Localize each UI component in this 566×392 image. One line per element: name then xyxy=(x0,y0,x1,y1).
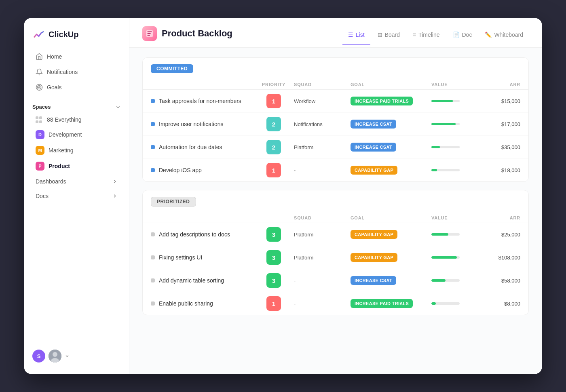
arr-cell: $108,000 xyxy=(480,255,520,261)
table-row[interactable]: Task approvals for non-members 1 Workflo… xyxy=(143,90,528,113)
goal-badge: INCREASE CSAT xyxy=(351,120,396,129)
tab-timeline[interactable]: ≡ Timeline xyxy=(407,28,446,45)
task-dot xyxy=(151,278,155,282)
table-row[interactable]: Develop iOS app 1 - CAPABILITY GAP xyxy=(143,159,528,181)
table-row[interactable]: Automation for due dates 2 Platform INCR… xyxy=(143,136,528,159)
goal-badge: CAPABILITY GAP xyxy=(351,166,397,175)
docs-label: Docs xyxy=(36,193,49,199)
col-squad-header2: SQUAD xyxy=(294,215,351,220)
tab-whiteboard[interactable]: ✏️ Whiteboard xyxy=(479,28,529,45)
doc-icon: 📄 xyxy=(453,32,460,38)
priority-cell: 1 xyxy=(253,296,294,311)
prioritized-header: PRIORITIZED xyxy=(143,190,528,213)
main-area: Product Backlog ☰ List ⊞ Board ≡ Timelin… xyxy=(129,18,542,374)
space-product[interactable]: P Product xyxy=(32,158,121,174)
value-bar-fill xyxy=(431,146,440,148)
task-label: Task approvals for non-members xyxy=(159,98,241,104)
bell-icon xyxy=(36,68,43,76)
table-row[interactable]: Improve user notifications 2 Notificatio… xyxy=(143,113,528,136)
value-bar-track xyxy=(431,279,460,282)
goal-cell: CAPABILITY GAP xyxy=(351,230,431,239)
priority-badge: 1 xyxy=(266,94,281,108)
task-label: Add tag descriptions to docs xyxy=(159,231,230,238)
nav-goals[interactable]: Goals xyxy=(27,80,126,95)
arr-cell: $8,000 xyxy=(480,301,520,307)
space-marketing[interactable]: M Marketing xyxy=(32,143,121,158)
squad-text: - xyxy=(294,301,296,307)
task-label: Automation for due dates xyxy=(159,144,222,150)
value-cell xyxy=(431,169,480,171)
squad-cell: Platform xyxy=(294,144,351,150)
table-row[interactable]: Enable public sharing 1 - INCREASE PAID … xyxy=(143,292,528,315)
goal-badge: INCREASE CSAT xyxy=(351,276,396,285)
tab-whiteboard-label: Whiteboard xyxy=(494,32,523,38)
arr-cell: $25,000 xyxy=(480,232,520,238)
goal-badge: CAPABILITY GAP xyxy=(351,253,397,262)
task-dot xyxy=(151,99,155,103)
priority-cell: 1 xyxy=(253,94,294,108)
goal-cell: INCREASE CSAT xyxy=(351,276,431,285)
arr-text: $17,000 xyxy=(501,121,520,127)
task-name: Enable public sharing xyxy=(151,300,253,307)
committed-badge: COMMITTED xyxy=(151,64,193,73)
task-label: Improve user notifications xyxy=(159,121,224,127)
value-bar-track xyxy=(431,256,460,259)
col-squad-header: SQUAD xyxy=(294,82,351,87)
prioritized-table-header: SQUAD GOAL VALUE ARR xyxy=(143,213,528,223)
docs-section[interactable]: Docs xyxy=(27,189,126,203)
arr-text: $8,000 xyxy=(504,301,520,307)
value-bar-fill xyxy=(431,233,448,236)
space-everything[interactable]: 88 Everything xyxy=(32,113,121,126)
task-name: Improve user notifications xyxy=(151,121,253,127)
priority-cell: 3 xyxy=(253,250,294,265)
space-development[interactable]: D Development xyxy=(32,127,121,142)
nav-notifications[interactable]: Notifications xyxy=(27,65,126,79)
spaces-header[interactable]: Spaces xyxy=(32,101,121,112)
board-icon: ⊞ xyxy=(378,32,382,38)
table-row[interactable]: Add tag descriptions to docs 3 Platform … xyxy=(143,223,528,246)
nav-home[interactable]: Home xyxy=(27,49,126,64)
squad-cell: - xyxy=(294,301,351,307)
task-label: Enable public sharing xyxy=(159,300,213,307)
space-everything-label: 88 Everything xyxy=(47,116,82,123)
list-icon: ☰ xyxy=(348,32,353,38)
col-value-header: VALUE xyxy=(431,82,480,87)
arr-cell: $17,000 xyxy=(480,121,520,127)
arr-text: $58,000 xyxy=(501,278,520,284)
chevron-down-icon xyxy=(115,104,121,110)
value-bar-track xyxy=(431,123,460,125)
tab-doc-label: Doc xyxy=(462,32,472,38)
goal-cell: CAPABILITY GAP xyxy=(351,166,431,175)
tab-board-label: Board xyxy=(385,32,400,38)
tab-list[interactable]: ☰ List xyxy=(342,28,370,45)
svg-point-2 xyxy=(39,87,40,88)
task-name: Fixing settings UI xyxy=(151,254,253,261)
table-row[interactable]: Add dynamic table sorting 3 - INCREASE C… xyxy=(143,269,528,292)
squad-text: Platform xyxy=(294,232,313,238)
space-development-label: Development xyxy=(49,131,82,138)
nav-home-label: Home xyxy=(47,53,62,60)
page-icon xyxy=(142,26,157,41)
priority-badge: 1 xyxy=(266,296,281,311)
tab-doc[interactable]: 📄 Doc xyxy=(447,28,478,45)
value-bar-track xyxy=(431,302,460,305)
col-value-header2: VALUE xyxy=(431,215,480,220)
task-label: Develop iOS app xyxy=(159,167,202,173)
arr-text: $25,000 xyxy=(501,232,520,238)
squad-cell: Workflow xyxy=(294,98,351,104)
table-row[interactable]: Fixing settings UI 3 Platform CAPABILITY… xyxy=(143,246,528,269)
task-dot xyxy=(151,145,155,149)
squad-cell: Notifications xyxy=(294,121,351,127)
tab-board[interactable]: ⊞ Board xyxy=(372,28,405,45)
col-arr-header: ARR xyxy=(480,82,520,87)
user-avatar-photo[interactable] xyxy=(49,350,61,362)
everything-icon xyxy=(36,116,43,123)
squad-cell: Platform xyxy=(294,255,351,261)
user-chevron-icon[interactable] xyxy=(65,354,70,358)
task-dot xyxy=(151,301,155,306)
value-cell xyxy=(431,146,480,148)
user-avatar-s[interactable]: S xyxy=(32,350,45,362)
dashboards-section[interactable]: Dashboards xyxy=(27,175,126,188)
task-label: Fixing settings UI xyxy=(159,254,202,261)
arr-text: $15,000 xyxy=(501,98,520,104)
